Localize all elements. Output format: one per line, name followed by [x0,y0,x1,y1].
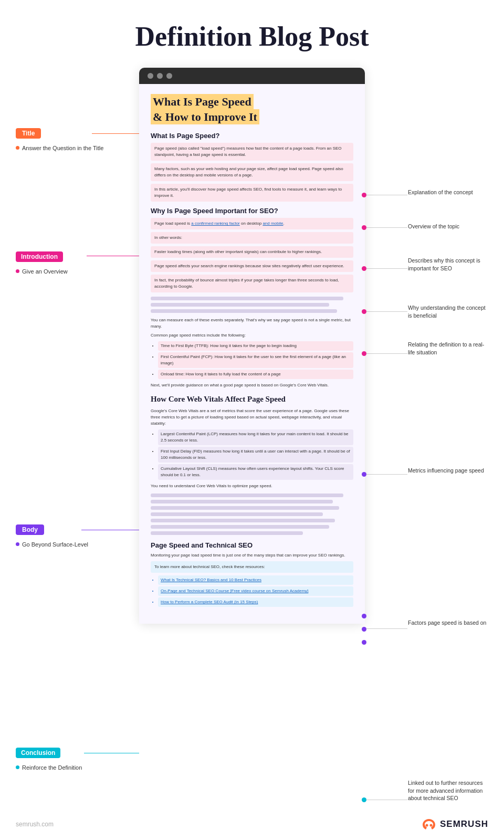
conclusion-item: Reinforce the Definition [16,764,82,772]
section-2-p2: In other words: [151,232,353,244]
title-item: Answer the Question in the Title [16,144,103,152]
browser-dot-2 [157,73,163,79]
section-5-links[interactable]: What Is Technical SEO? Basics and 10 Bes… [158,575,353,607]
connector-r1 [366,195,407,195]
section-3-p2: Common page speed metrics include the fo… [151,332,353,339]
section-1-p3: In this article, you'll discover how pag… [151,184,353,202]
dot-r7c [362,640,366,645]
right-annotation-r2: Overview of the topic [408,223,489,230]
title-annotation-group: Title Answer the Question in the Title [16,128,103,152]
bullet-item: Time to First Byte (TTFB): How long it t… [158,341,353,351]
semrush-logo: SEMRUSH [421,818,488,831]
section-2-p1: Page load speed is a confirmed ranking f… [151,218,353,229]
right-annotation-r3: Describes why this concept is important … [408,257,489,272]
browser-window: What Is Page Speed & How to Improve It W… [139,68,365,624]
bullet-item-lcp: Largest Contentful Paint (LCP) measures … [158,429,353,445]
connector-r4 [366,311,407,312]
dot-r8 [362,797,366,802]
dot-r7a [362,614,366,618]
bullet-item: Onload time: How long it takes to fully … [158,370,353,379]
section-1-p1: Page speed (also called "load speed") me… [151,143,353,161]
connector-r8 [366,800,407,800]
dot-r6 [362,472,366,477]
title-badge: Title [16,128,41,139]
connector-title [92,133,139,134]
section-5-p2: To learn more about technical SEO, check… [151,561,353,573]
section-3-bullets: Time to First Byte (TTFB): How long it t… [158,341,353,379]
body-annotation-group: Body Go Beyond Surface-Level [16,524,88,549]
placeholder-block-1 [151,297,353,313]
connector-r5 [366,353,407,354]
section-5-p1: Monitoring your page load speed time is … [151,552,353,559]
intro-item: Give an Overview [16,268,68,276]
intro-badge: Introduction [16,251,63,262]
section-2-heading: Why Is Page Speed Important for SEO? [151,207,353,215]
conclusion-annotation-group: Conclusion Reinforce the Definition [16,748,82,772]
right-annotation-r5: Relating the definition to a real-life s… [408,341,489,356]
section-4-p2: You need to understand Core Web Vitals t… [151,483,353,489]
connector-body [81,530,139,530]
footer-brand: semrush.com [16,821,54,828]
section-4-bullets: Largest Contentful Paint (LCP) measures … [158,429,353,480]
dot-r4 [362,309,366,314]
body-badge: Body [16,524,44,535]
connector-intro [87,256,139,256]
dot-r5 [362,351,366,356]
svg-point-0 [425,824,428,827]
dot-r1 [362,193,366,197]
browser-bar [139,68,365,84]
section-3-p1: You can measure each of these events sep… [151,317,353,330]
intro-annotation-group: Introduction Give an Overview [16,251,68,276]
dot-r2 [362,225,366,230]
section-1-p2: Many factors, such as your web hosting a… [151,163,353,181]
link-item-2[interactable]: On-Page and Technical SEO Course [Free v… [158,586,353,596]
page-wrapper: Definition Blog Post What Is Page Speed … [0,0,504,840]
right-annotation-r8: Linked out to further resources for more… [408,779,489,802]
browser-content: What Is Page Speed & How to Improve It W… [139,84,365,624]
body-item: Go Beyond Surface-Level [16,541,88,549]
section-3-p3: Next, we'll provide guidance on what a g… [151,382,353,388]
section-2-p4: Page speed affects your search engine ra… [151,260,353,272]
browser-dot-1 [148,73,153,79]
svg-point-1 [429,824,432,827]
link-item-1[interactable]: What Is Technical SEO? Basics and 10 Bes… [158,575,353,585]
semrush-label: SEMRUSH [440,819,488,830]
link-item-3[interactable]: How to Perform a Complete SEO Audit (in … [158,597,353,607]
footer: semrush.com SEMRUSH [16,818,488,831]
section-4-p1: Google's Core Web Vitals are a set of me… [151,408,353,427]
article-title: What Is Page Speed & How to Improve It [151,94,353,124]
placeholder-block-2 [151,494,353,535]
dot-r3 [362,266,366,271]
section-2-p5: In fact, the probability of bounce almos… [151,275,353,292]
article-title-line2: & How to Improve It [151,109,259,124]
section-1-heading: What Is Page Speed? [151,132,353,140]
section-2-p3: Faster loading times (along with other i… [151,246,353,258]
bullet-item-cls: Cumulative Layout Shift (CLS) measures h… [158,464,353,480]
connector-conclusion [84,753,139,753]
semrush-icon [421,818,437,831]
browser-dot-3 [166,73,172,79]
bullet-item: First Contentful Paint (FCP): How long i… [158,352,353,368]
right-annotation-r6: Metrics influencing page speed [408,467,489,475]
dot-r7b [362,627,366,632]
connector-r2 [366,227,407,228]
bullet-item-fid: First Input Delay (FID) measures how lon… [158,447,353,463]
right-annotation-r1: Explanation of the concept [408,188,489,196]
article-title-highlight: What Is Page Speed [151,94,254,109]
section-4-heading: How Core Web Vitals Affect Page Speed [151,395,353,404]
connector-r7 [366,628,407,629]
right-annotation-r4: Why understanding the concept is benefic… [408,304,489,319]
main-layout: What Is Page Speed & How to Improve It W… [0,68,504,666]
connector-r3 [366,268,407,269]
page-title: Definition Blog Post [0,0,504,68]
right-annotation-r7: Factors page speed is based on [408,619,489,627]
connector-r6 [366,474,407,475]
section-5-heading: Page Speed and Technical SEO [151,541,353,549]
conclusion-badge: Conclusion [16,748,60,758]
